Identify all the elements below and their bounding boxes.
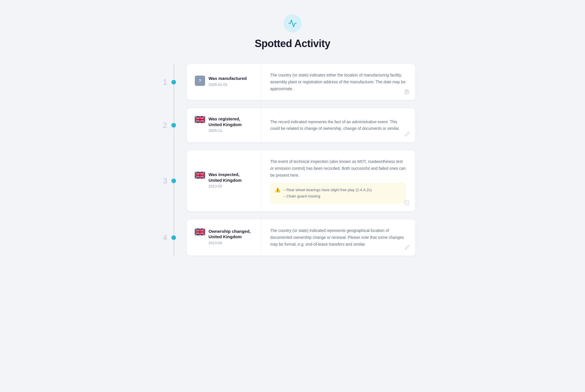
card-left-4: Ownership changed, United Kingdom 2013-0…	[187, 219, 261, 256]
activity-icon	[288, 19, 297, 28]
card-left-1: ? Was manufactured 2005-01-01	[187, 64, 261, 100]
header-icon-wrapper	[283, 14, 302, 33]
card-right-2: The record indicated represents the fact…	[261, 108, 415, 142]
page-container: Spotted Activity 1 ? Was manufactured 20…	[164, 9, 421, 256]
building-icon	[404, 89, 410, 96]
event-info-1: Was manufactured 2005-01-01	[209, 76, 247, 87]
uk-flag-icon	[195, 116, 205, 123]
event-header-1: ? Was manufactured 2005-01-01	[195, 76, 253, 87]
timeline-container: 1 ? Was manufactured 2005-01-01 The coun	[170, 64, 415, 256]
uk-flag-icon-4	[195, 229, 205, 235]
event-description-3: The event of technical inspection (also …	[270, 158, 406, 179]
warning-text: – Rear wheel bearings have slight free p…	[283, 187, 372, 199]
event-title-1: Was manufactured	[209, 76, 247, 81]
timeline-number-4: 4	[163, 233, 167, 242]
event-date-4: 2013-09	[209, 241, 253, 245]
timeline-number-1: 1	[163, 78, 167, 87]
warning-line-2: – Chain guard missing	[283, 194, 320, 198]
event-title-3: Was inspected, United Kingdom	[209, 172, 253, 183]
timeline-item-2: 2 Was registered, United Kingdom	[187, 108, 415, 142]
timeline-line	[174, 64, 174, 256]
warning-line-1: – Rear wheel bearings have slight free p…	[283, 188, 372, 192]
pencil-icon-2	[404, 132, 410, 138]
event-description-1: The country (or state) indicates either …	[270, 72, 406, 92]
event-info-3: Was inspected, United Kingdom 2013-05	[209, 172, 253, 188]
event-header-3: Was inspected, United Kingdom 2013-05	[195, 172, 253, 188]
timeline-dot-3	[171, 179, 176, 183]
card-right-4: The country (or state) indicated represe…	[261, 219, 415, 256]
event-card-2: Was registered, United Kingdom 2005-11 T…	[187, 108, 415, 142]
event-date-1: 2005-01-01	[209, 82, 247, 87]
timeline-item-4: 4 Ownership changed, United Kingdom	[187, 219, 415, 256]
event-description-2: The record indicated represents the fact…	[270, 119, 406, 132]
pencil-icon-4	[404, 245, 410, 251]
warning-box: ⚠️ – Rear wheel bearings have slight fre…	[270, 183, 406, 203]
timeline-item: 1 ? Was manufactured 2005-01-01 The coun	[187, 64, 415, 100]
uk-flag-icon-3	[195, 172, 205, 179]
event-info-2: Was registered, United Kingdom 2005-11	[209, 116, 253, 133]
event-header-4: Ownership changed, United Kingdom 2013-0…	[195, 229, 253, 245]
card-right-1: The country (or state) indicates either …	[261, 64, 415, 100]
event-card-3: Was inspected, United Kingdom 2013-05 Th…	[187, 150, 415, 211]
svg-rect-0	[405, 91, 409, 94]
card-left-2: Was registered, United Kingdom 2005-11	[187, 108, 261, 142]
timeline-number-2: 2	[163, 121, 167, 130]
timeline-dot-2	[171, 123, 176, 128]
timeline-dot-1	[171, 80, 176, 84]
warning-icon: ⚠️	[275, 187, 281, 193]
event-date-3: 2013-05	[209, 184, 253, 188]
checkmark-icon	[404, 200, 410, 207]
timeline-dot-4	[171, 235, 176, 240]
event-info-4: Ownership changed, United Kingdom 2013-0…	[209, 229, 253, 245]
event-card-4: Ownership changed, United Kingdom 2013-0…	[187, 219, 415, 256]
event-card-1: ? Was manufactured 2005-01-01 The countr…	[187, 64, 415, 100]
event-date-2: 2005-11	[209, 128, 253, 133]
card-left-3: Was inspected, United Kingdom 2013-05	[187, 150, 261, 211]
event-title-2: Was registered, United Kingdom	[209, 116, 253, 127]
event-title-4: Ownership changed, United Kingdom	[209, 229, 253, 240]
timeline-number-3: 3	[163, 176, 167, 185]
card-right-3: The event of technical inspection (also …	[261, 150, 415, 211]
event-icon-question: ?	[195, 76, 205, 86]
page-title: Spotted Activity	[170, 38, 415, 50]
event-header-2: Was registered, United Kingdom 2005-11	[195, 116, 253, 133]
event-description-4: The country (or state) indicated represe…	[270, 227, 406, 248]
page-header: Spotted Activity	[170, 9, 415, 50]
timeline-item-3: 3 Was inspected, United Kingdom	[187, 150, 415, 211]
